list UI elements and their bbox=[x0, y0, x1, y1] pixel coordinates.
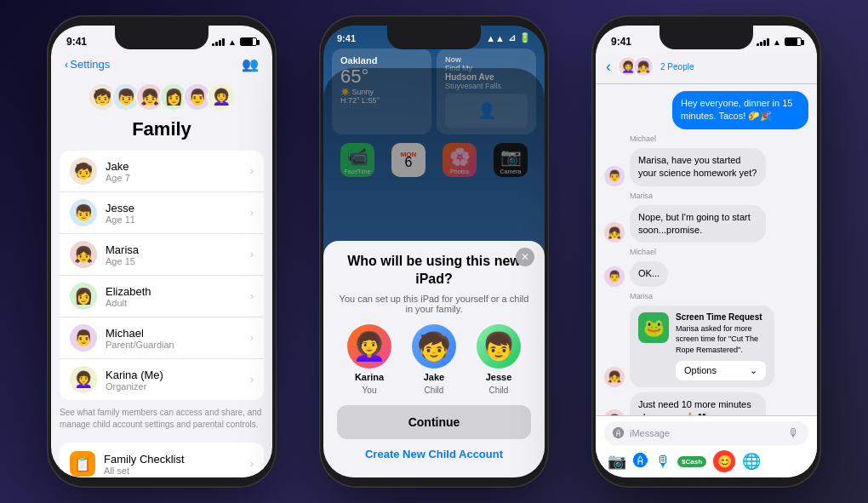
member-karina[interactable]: 👩‍🦱 Karina (Me) Organizer › bbox=[60, 359, 264, 400]
phone-3: 9:41 ▲ ‹ 👩‍🦱 bbox=[591, 15, 821, 488]
member-marisa[interactable]: 👧 Marisa Age 15 › bbox=[60, 234, 264, 276]
member-jesse[interactable]: 👦 Jesse Age 11 › bbox=[60, 192, 264, 234]
modal-user-jake[interactable]: 🧒 Jake Child bbox=[412, 324, 456, 395]
michael-chevron: › bbox=[250, 332, 254, 344]
jake-chevron: › bbox=[250, 165, 254, 177]
mic-icon: 🎙 bbox=[788, 426, 800, 440]
sender-marisa-1: Marisa bbox=[630, 191, 808, 200]
marisa-avatar: 👧 bbox=[70, 241, 97, 268]
jesse-modal-avatar: 👦 bbox=[477, 324, 521, 369]
modal-user-jesse[interactable]: 👦 Jesse Child bbox=[477, 324, 521, 395]
modal-title: Who will be using this new iPad? bbox=[337, 253, 531, 289]
modal-user-karina[interactable]: 👩‍🦱 Karina You bbox=[347, 324, 391, 395]
jesse-info: Jesse Age 11 bbox=[106, 202, 242, 225]
msg-bubble-marisa-1: Nope, but I'm going to start soon...prom… bbox=[630, 205, 766, 243]
msg-bubble-michael-1: Marisa, have you started your science ho… bbox=[630, 148, 766, 186]
settings-label[interactable]: Settings bbox=[70, 58, 110, 71]
marisa-name: Marisa bbox=[106, 243, 242, 256]
options-chevron: ⌄ bbox=[750, 365, 757, 376]
elizabeth-chevron: › bbox=[250, 290, 254, 302]
phone1-content: ‹ Settings 👥 🧒 👦 👧 👩 👨 👩‍🦱 Family bbox=[51, 53, 272, 477]
jake-info: Jake Age 7 bbox=[106, 160, 242, 183]
checklist-chevron: › bbox=[250, 458, 254, 470]
camera-tool-icon[interactable]: 📷 bbox=[608, 452, 626, 471]
battery-3 bbox=[785, 37, 802, 46]
imessage-input[interactable]: 🅐 iMessage 🎙 bbox=[604, 421, 808, 445]
family-avatars: 🧒 👦 👧 👩 👨 👩‍🦱 bbox=[51, 79, 272, 118]
jake-role: Age 7 bbox=[106, 173, 242, 183]
checklist-info: Family Checklist All set bbox=[104, 453, 242, 476]
emoji-btn[interactable]: 😊 bbox=[713, 450, 735, 472]
family-desc: See what family members can access and s… bbox=[51, 400, 272, 437]
notch-2 bbox=[387, 26, 481, 49]
sender-marisa-2: Marisa bbox=[630, 292, 808, 300]
time-2: 9:41 bbox=[337, 33, 356, 43]
notch-3 bbox=[660, 26, 753, 49]
apps-tool-icon[interactable]: 🅐 bbox=[633, 453, 648, 471]
options-button[interactable]: Options ⌄ bbox=[676, 361, 766, 380]
messages-header: ‹ 👩‍🦱 👧 2 People bbox=[596, 53, 817, 84]
group-avatars: 👩‍🦱 👧 bbox=[618, 56, 654, 77]
battery-1 bbox=[240, 37, 257, 46]
findmy-now: Now bbox=[445, 55, 528, 64]
scene: 9:41 ▲ ‹ Settings bbox=[0, 0, 868, 503]
status-icons-2: ▲▲ ⊿ 🔋 bbox=[486, 32, 531, 43]
notch-1 bbox=[115, 26, 208, 49]
messages-toolbar: 📷 🅐 🎙 $Cash 😊 🌐 bbox=[604, 445, 808, 472]
msg-last: 👧 Just need 10 more minutes pleeeease 🙏👨… bbox=[604, 392, 808, 415]
elizabeth-info: Elizabeth Adult bbox=[106, 285, 242, 308]
msg-marisa-1: 👧 Nope, but I'm going to start soon...pr… bbox=[604, 205, 808, 243]
marisa-chevron: › bbox=[250, 249, 254, 260]
karina-avatar: 👩‍🦱 bbox=[70, 366, 97, 393]
checklist-sub: All set bbox=[104, 466, 242, 476]
phone-2-screen: 9:41 ▲▲ ⊿ 🔋 Oakland 65° ☀️ Sunny H:72° L… bbox=[323, 26, 545, 477]
marisa-info: Marisa Age 15 bbox=[106, 243, 242, 266]
ipad-setup-modal: ✕ Who will be using this new iPad? You c… bbox=[323, 241, 545, 477]
wifi-3: ▲ bbox=[773, 37, 781, 47]
group-name: 2 People bbox=[660, 62, 694, 71]
member-jake[interactable]: 🧒 Jake Age 7 › bbox=[60, 151, 264, 192]
continue-button[interactable]: Continue bbox=[337, 405, 531, 439]
group-info[interactable]: 2 People bbox=[660, 62, 694, 71]
settings-back[interactable]: ‹ Settings bbox=[65, 58, 110, 71]
modal-close-btn[interactable]: ✕ bbox=[516, 248, 534, 266]
messages-body: Hey everyone, dinner in 15 minutes. Taco… bbox=[596, 84, 817, 415]
signal-1 bbox=[212, 37, 225, 46]
time-1: 9:41 bbox=[66, 36, 87, 48]
audio-tool-icon[interactable]: 🎙 bbox=[655, 453, 671, 471]
jesse-avatar: 👦 bbox=[70, 199, 97, 226]
options-label: Options bbox=[684, 365, 717, 375]
elizabeth-role: Adult bbox=[106, 298, 242, 308]
member-elizabeth[interactable]: 👩 Elizabeth Adult › bbox=[60, 276, 264, 317]
michael-info: Michael Parent/Guardian bbox=[106, 327, 242, 350]
jake-modal-name: Jake bbox=[424, 372, 444, 382]
time-3: 9:41 bbox=[611, 36, 631, 48]
st-title: Screen Time Request bbox=[676, 312, 766, 322]
jesse-modal-role: Child bbox=[489, 386, 509, 395]
imessage-placeholder: iMessage bbox=[630, 428, 783, 438]
app-store-icon: 🅐 bbox=[613, 426, 625, 440]
group-avatar-2: 👧 bbox=[633, 56, 654, 77]
karina-role: Organizer bbox=[106, 381, 242, 392]
michael-msg-avatar: 👨 bbox=[604, 166, 625, 186]
messages-screen: 9:41 ▲ ‹ 👩‍🦱 bbox=[596, 26, 817, 477]
marisa-role: Age 15 bbox=[106, 256, 242, 266]
messages-back[interactable]: ‹ bbox=[606, 58, 611, 76]
marisa-msg-avatar: 👧 bbox=[604, 222, 625, 243]
family-title: Family bbox=[51, 118, 272, 140]
jake-modal-avatar: 🧒 bbox=[412, 324, 456, 369]
status-icons-3: ▲ bbox=[757, 37, 802, 47]
globe-icon[interactable]: 🌐 bbox=[742, 452, 761, 471]
phone-3-screen: 9:41 ▲ ‹ 👩‍🦱 bbox=[596, 26, 817, 477]
add-family-icon[interactable]: 👥 bbox=[242, 56, 259, 72]
jesse-name: Jesse bbox=[106, 202, 242, 214]
msg-michael-2: 👨 OK... bbox=[604, 261, 808, 286]
cash-badge[interactable]: $Cash bbox=[677, 456, 706, 467]
elizabeth-avatar: 👩 bbox=[70, 283, 97, 310]
ipad-homescreen: 9:41 ▲▲ ⊿ 🔋 Oakland 65° ☀️ Sunny H:72° L… bbox=[323, 26, 545, 477]
create-child-button[interactable]: Create New Child Account bbox=[337, 448, 531, 460]
checklist-row[interactable]: 📋 Family Checklist All set › bbox=[60, 443, 264, 477]
modal-overlay: ✕ Who will be using this new iPad? You c… bbox=[323, 68, 545, 477]
member-michael[interactable]: 👨 Michael Parent/Guardian › bbox=[60, 317, 264, 359]
jesse-role: Age 11 bbox=[106, 214, 242, 225]
